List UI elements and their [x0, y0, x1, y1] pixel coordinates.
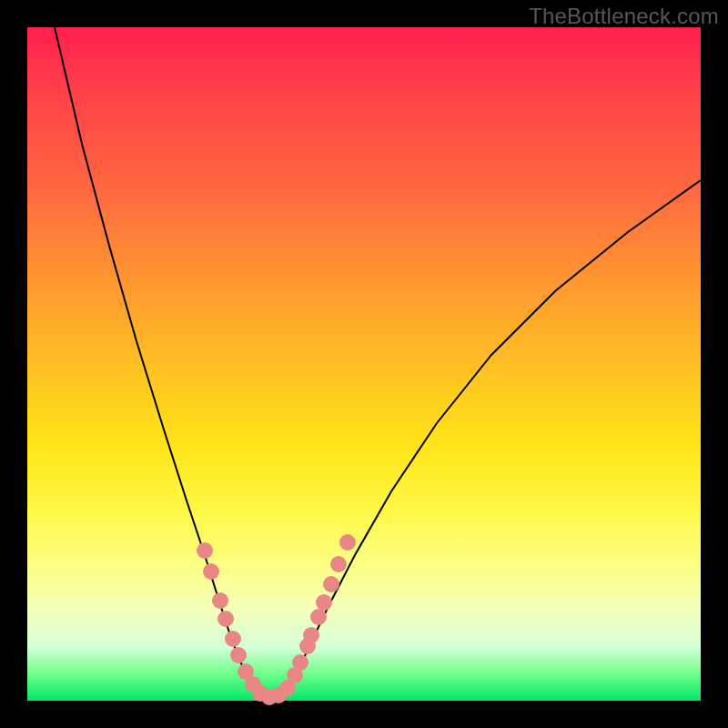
- chart-frame: TheBottleneck.com: [0, 0, 728, 728]
- curve-svg: [27, 27, 701, 701]
- curve-marker: [316, 594, 332, 611]
- curve-marker: [330, 556, 347, 572]
- curve-marker: [230, 647, 247, 663]
- curve-markers: [197, 534, 356, 705]
- curve-marker: [339, 534, 356, 551]
- curve-marker: [310, 609, 327, 625]
- curve-marker: [217, 611, 234, 627]
- watermark-text: TheBottleneck.com: [529, 4, 719, 29]
- plot-gradient-area: [27, 27, 701, 701]
- curve-marker: [292, 654, 308, 671]
- bottleneck-curve: [55, 27, 701, 698]
- curve-marker: [197, 542, 213, 559]
- curve-marker: [303, 627, 319, 643]
- curve-marker: [203, 563, 219, 580]
- curve-marker: [212, 592, 228, 609]
- curve-marker: [225, 631, 241, 647]
- curve-marker: [323, 576, 339, 592]
